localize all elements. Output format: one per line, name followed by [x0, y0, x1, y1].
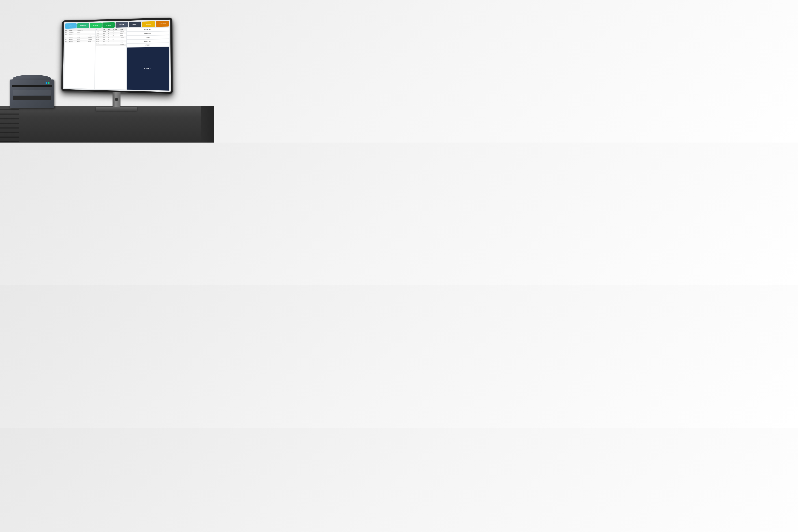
printer-front-groove [13, 96, 51, 100]
printer-led-blue [46, 82, 47, 84]
monitor-outer: SALECATEGORYACCOUNTINVOICEREPORTBRANCHIN… [61, 18, 173, 94]
table-row[interactable]: 2016101001011AA0101process [65, 40, 95, 42]
monitor-assembly: SALECATEGORYACCOUNTINVOICEREPORTBRANCHIN… [59, 19, 174, 111]
nav-btn-in-stock[interactable]: IN STOCK [142, 21, 155, 27]
location-button[interactable]: LOCATION [127, 39, 169, 43]
barcode-button[interactable]: BARCODE [127, 32, 169, 35]
printer-logo-area [13, 90, 51, 95]
monitor-stand-base [96, 107, 137, 111]
left-col-no: NO [65, 30, 69, 32]
printer-led-green [48, 82, 50, 84]
serial-no-button[interactable]: SERIAL NO. [127, 27, 169, 31]
price-button[interactable]: PRICE [127, 35, 169, 39]
nav-btn-sale[interactable]: SALE [65, 23, 77, 28]
nav-btn-report[interactable]: REPORT [115, 22, 128, 27]
stock-button[interactable]: STOCK [127, 43, 169, 46]
mid-col-amt: AMT [103, 29, 108, 31]
printer-paper-slot [12, 85, 52, 87]
desk [0, 106, 214, 142]
nav-btn-invoice[interactable]: INVOICE [102, 22, 115, 28]
pos-screen: SALECATEGORYACCOUNTINVOICEREPORTBRANCHIN… [63, 20, 171, 92]
pos-scene: SALECATEGORYACCOUNTINVOICEREPORTBRANCHIN… [0, 0, 214, 142]
nav-btn-account[interactable]: ACCOUNT [90, 22, 102, 28]
printer-body [10, 79, 54, 108]
monitor-screen: SALECATEGORYACCOUNTINVOICEREPORTBRANCHIN… [63, 20, 171, 92]
left-col-serial: SERIAL [69, 30, 77, 32]
nav-btn-branch[interactable]: BRANCH [129, 22, 141, 27]
summary-row: SUMMARY190907460100 [95, 44, 126, 46]
left-col-status: STATUS [88, 29, 95, 31]
desk-vents [0, 106, 19, 142]
receipt-printer [10, 75, 54, 108]
enter-button[interactable]: ENTER [127, 47, 169, 91]
mid-col-id: ID [96, 29, 103, 31]
nav-btn-category[interactable]: CATEGORY [77, 23, 89, 28]
right-panel: SERIAL NO.BARCODEPRICELOCATIONSTOCKENTER [127, 27, 169, 91]
pos-main: NOSERIALDESCRIPTIONSTATUS 2011100000010A… [63, 27, 171, 92]
mid-col-price: PRICE [108, 28, 112, 31]
left-table: NOSERIALDESCRIPTIONSTATUS 2011100000010A… [64, 29, 95, 89]
mid-table: IDAMTPRICEDISCOUNTTOTAL AA010010000236-4… [95, 28, 126, 90]
monitor-stand-neck [113, 92, 120, 107]
nav-btn-warehouse[interactable]: WAREHOUSE [156, 21, 169, 27]
desk-right [201, 106, 214, 142]
mid-col-total: TOTAL [120, 28, 126, 31]
mid-col-discount: DISCOUNT [112, 28, 120, 31]
